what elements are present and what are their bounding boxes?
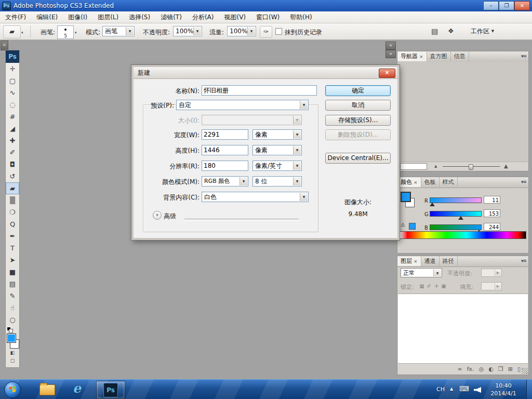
color-spectrum-ramp[interactable] xyxy=(400,231,526,239)
spot-healing-brush-tool[interactable]: ✚ xyxy=(6,135,19,147)
advanced-expand-button[interactable]: » xyxy=(153,211,162,220)
mode-select[interactable]: 画笔 ▼ xyxy=(102,26,135,36)
type-tool[interactable]: T xyxy=(6,242,19,254)
zoom-tool[interactable]: ○ xyxy=(6,314,19,326)
rectangular-marquee-tool[interactable]: ▢ xyxy=(6,75,19,87)
menu-edit[interactable]: 编辑(E) xyxy=(31,11,63,23)
layers-list[interactable] xyxy=(398,294,528,364)
lock-all-icon[interactable]: ▣ xyxy=(440,283,447,289)
gamut-warning-icon[interactable]: ⚠ xyxy=(401,222,405,228)
tab-channels[interactable]: 通道 xyxy=(421,256,440,266)
panel-menu-icon[interactable]: ▾≡ xyxy=(521,258,526,263)
tab-info[interactable]: 信息 xyxy=(451,51,469,61)
slice-tool[interactable]: ◢ xyxy=(6,123,19,135)
tab-close-icon[interactable]: × xyxy=(414,259,418,264)
navigator-zoom-slider[interactable] xyxy=(443,166,500,167)
menu-layer[interactable]: 图层(L) xyxy=(92,11,124,23)
b-slider[interactable] xyxy=(430,224,482,230)
dialog-titlebar[interactable]: 新建 × xyxy=(134,67,397,79)
g-value-box[interactable]: 153 xyxy=(484,209,500,217)
panel-menu-icon[interactable]: ▾≡ xyxy=(521,179,526,184)
move-tool[interactable]: ✛ xyxy=(6,63,19,75)
explorer-taskbar-icon[interactable] xyxy=(39,384,55,395)
history-brush-tool[interactable]: ↺ xyxy=(6,170,19,182)
menu-filter[interactable]: 滤镜(T) xyxy=(155,11,187,23)
menu-window[interactable]: 窗口(W) xyxy=(251,11,285,23)
lasso-tool[interactable]: ∿ xyxy=(6,87,19,99)
menu-file[interactable]: 文件(F) xyxy=(0,11,31,23)
layer-mask-icon[interactable]: ◎ xyxy=(479,364,484,375)
bit-depth-select[interactable]: 8 位 ▼ xyxy=(252,176,302,187)
tray-clock[interactable]: 10:40 2014/4/1 xyxy=(483,382,524,397)
layer-group-icon[interactable]: ❒ xyxy=(498,364,503,375)
opacity-select[interactable]: 100% ▼ xyxy=(173,26,202,36)
lock-transparency-icon[interactable]: ▦ xyxy=(418,283,425,289)
menu-help[interactable]: 帮助(H) xyxy=(285,11,317,23)
tab-close-icon[interactable]: × xyxy=(414,180,418,185)
navigator-zoom-input[interactable] xyxy=(400,163,427,170)
keyboard-icon[interactable]: ⌨ xyxy=(459,385,469,393)
tab-layers[interactable]: 图层× xyxy=(397,256,421,266)
r-slider-thumb[interactable] xyxy=(430,203,435,206)
quick-selection-tool[interactable]: ◌ xyxy=(6,99,19,111)
foreground-swatch[interactable] xyxy=(401,192,411,202)
gamut-color-swatch[interactable] xyxy=(409,223,416,230)
brush-tool[interactable]: ✐ xyxy=(6,147,19,158)
flow-select[interactable]: 100% ▼ xyxy=(227,26,256,36)
save-preset-button[interactable]: 存储预设(S)... xyxy=(325,115,391,126)
color-mode-select[interactable]: RGB 颜色 ▼ xyxy=(202,176,248,187)
preset-select[interactable]: 自定 ▼ xyxy=(176,100,309,110)
path-selection-tool[interactable]: ➤ xyxy=(6,254,19,266)
dodge-tool[interactable]: Q xyxy=(6,218,19,230)
tab-navigator[interactable]: 导航器× xyxy=(397,51,427,61)
crop-tool[interactable]: # xyxy=(6,111,19,123)
zoom-slider-thumb[interactable] xyxy=(469,164,473,170)
panel-menu-icon[interactable]: ▾≡ xyxy=(521,54,526,59)
minimize-button[interactable]: – xyxy=(483,1,499,10)
go-to-bridge-icon[interactable]: ❖ xyxy=(448,27,454,35)
cancel-button[interactable]: 取消 xyxy=(325,100,391,111)
b-value-box[interactable]: 244 xyxy=(484,223,500,231)
tray-expand-icon[interactable]: ▲ xyxy=(450,387,453,391)
tab-close-icon[interactable]: × xyxy=(419,54,423,59)
width-input[interactable] xyxy=(202,129,248,140)
delete-layer-icon[interactable]: ▯ xyxy=(517,364,521,375)
zoom-in-icon[interactable]: ▲ xyxy=(504,163,508,169)
screen-mode-button[interactable]: ▢ xyxy=(8,357,17,364)
ok-button[interactable]: 确定 xyxy=(325,85,391,96)
maximize-button[interactable]: ❐ xyxy=(499,1,514,10)
menu-image[interactable]: 图像(I) xyxy=(63,11,92,23)
g-slider[interactable] xyxy=(430,211,482,217)
dock-collapse-button-2[interactable]: « xyxy=(385,50,396,58)
menu-select[interactable]: 选择(S) xyxy=(124,11,155,23)
eraser-tool-preview[interactable]: ▰ xyxy=(3,25,21,38)
height-unit-select[interactable]: 像素 ▼ xyxy=(252,145,302,155)
clone-stamp-tool[interactable]: ◘ xyxy=(6,158,19,170)
default-colors-icon[interactable] xyxy=(7,327,13,332)
device-central-button[interactable]: Device Central(E)... xyxy=(325,153,391,164)
tab-styles[interactable]: 样式 xyxy=(440,177,458,187)
width-unit-select[interactable]: 像素 ▼ xyxy=(252,129,302,140)
airbrush-icon[interactable]: ✑ xyxy=(260,26,272,38)
eyedropper-tool[interactable]: ✎ xyxy=(6,290,19,302)
tab-swatches[interactable]: 色板 xyxy=(421,177,440,187)
layer-style-icon[interactable]: fx. xyxy=(467,364,474,375)
layers-opacity-box[interactable]: ▶ xyxy=(481,269,502,277)
menu-analysis[interactable]: 分析(A) xyxy=(187,11,219,23)
zoom-out-icon[interactable]: ▲ xyxy=(434,164,437,168)
tab-histogram[interactable]: 直方图 xyxy=(427,51,451,61)
adjustment-layer-icon[interactable]: ◐ xyxy=(488,364,494,375)
hand-tool[interactable]: ☝ xyxy=(6,302,19,314)
link-layers-icon[interactable]: ∞ xyxy=(458,364,462,375)
blend-mode-select[interactable]: 正常 ▼ xyxy=(401,268,442,277)
internet-explorer-icon[interactable]: e xyxy=(73,381,81,396)
resolution-input[interactable] xyxy=(202,161,248,171)
lock-position-icon[interactable]: ✛ xyxy=(433,283,440,289)
dialog-close-button[interactable]: × xyxy=(379,69,395,78)
workspace-button[interactable]: 工作区 ▼ xyxy=(468,26,497,36)
height-input[interactable] xyxy=(202,145,248,155)
start-button[interactable] xyxy=(4,381,21,398)
g-slider-thumb[interactable] xyxy=(458,216,463,220)
photoshop-taskbar-button[interactable]: Ps xyxy=(96,381,125,399)
pen-tool[interactable]: ✒ xyxy=(6,230,19,242)
